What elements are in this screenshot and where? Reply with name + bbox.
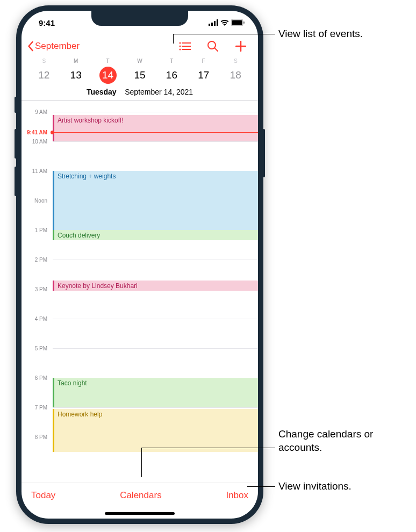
now-line xyxy=(53,132,258,133)
back-button[interactable]: September xyxy=(27,41,80,52)
svg-point-8 xyxy=(180,46,181,47)
day-15[interactable]: 15 xyxy=(124,66,155,84)
svg-rect-3 xyxy=(217,19,218,26)
hour-label: 3 PM xyxy=(21,286,51,292)
phone-frame: 9:41 September xyxy=(16,5,263,524)
plus-icon xyxy=(235,41,246,52)
list-icon xyxy=(179,42,191,51)
svg-rect-0 xyxy=(209,24,210,26)
date-dow: Tuesday xyxy=(87,88,117,96)
search-icon xyxy=(207,41,218,52)
svg-rect-1 xyxy=(211,23,213,26)
hour-line xyxy=(53,348,258,349)
day-name: S xyxy=(28,58,60,64)
toolbar: Today Calendars Inbox xyxy=(21,482,258,508)
back-label: September xyxy=(35,41,80,52)
svg-rect-6 xyxy=(243,21,245,24)
chevron-left-icon xyxy=(27,41,34,52)
hour-line xyxy=(53,319,258,319)
hour-label: 4 PM xyxy=(21,316,51,322)
callout-inbox: View invitations. xyxy=(278,480,352,493)
volume-down xyxy=(15,167,17,196)
svg-point-9 xyxy=(180,49,181,51)
hour-label: 9 AM xyxy=(21,109,51,115)
svg-point-7 xyxy=(180,42,181,44)
mute-switch xyxy=(15,97,17,113)
today-button[interactable]: Today xyxy=(31,490,55,501)
calendars-button[interactable]: Calendars xyxy=(120,490,162,501)
event[interactable]: Artist workshop kickoff! xyxy=(53,115,258,142)
timeline[interactable]: 9 AM10 AM11 AMNoon1 PM2 PM3 PM4 PM5 PM6 … xyxy=(21,101,258,482)
nav-bar: September xyxy=(21,34,258,58)
hour-label: 1 PM xyxy=(21,227,51,233)
callout-list: View list of events. xyxy=(278,27,363,41)
day-16[interactable]: 16 xyxy=(156,66,188,84)
hour-label: 2 PM xyxy=(21,257,51,263)
day-18[interactable]: 18 xyxy=(220,66,252,84)
day-name: S xyxy=(220,58,252,64)
cellular-icon xyxy=(209,19,218,26)
screen: 9:41 September xyxy=(21,11,258,519)
day-12[interactable]: 12 xyxy=(28,66,60,84)
day-13[interactable]: 13 xyxy=(60,66,91,84)
svg-line-14 xyxy=(214,48,218,51)
notch xyxy=(91,11,188,26)
week-strip: SMTWTFS 12131415161718 xyxy=(21,58,258,84)
event[interactable]: Taco night xyxy=(53,378,258,407)
event[interactable]: Keynote by Lindsey Bukhari xyxy=(53,281,258,291)
day-name: F xyxy=(188,58,219,64)
inbox-button[interactable]: Inbox xyxy=(226,490,248,501)
day-14[interactable]: 14 xyxy=(92,66,124,84)
day-name: M xyxy=(60,58,91,64)
hour-label: Noon xyxy=(21,198,51,204)
status-time: 9:41 xyxy=(39,18,55,27)
svg-rect-2 xyxy=(214,21,216,26)
battery-icon xyxy=(231,19,245,26)
event[interactable]: Homework help xyxy=(53,409,258,452)
status-right xyxy=(209,19,245,26)
date-rest: September 14, 2021 xyxy=(125,88,193,96)
hour-label: 6 PM xyxy=(21,375,51,381)
hour-label: 5 PM xyxy=(21,346,51,351)
now-label: 9:41 AM xyxy=(21,129,51,135)
day-name: T xyxy=(156,58,188,64)
search-button[interactable] xyxy=(206,40,219,53)
day-name: T xyxy=(92,58,124,64)
event[interactable]: Couch delivery xyxy=(53,230,258,240)
hour-label: 7 PM xyxy=(21,405,51,411)
svg-rect-5 xyxy=(232,20,242,25)
hour-line xyxy=(53,407,258,408)
hour-line xyxy=(53,141,258,142)
volume-up xyxy=(15,129,17,159)
hour-line xyxy=(53,260,258,260)
event[interactable]: Stretching + weights xyxy=(53,171,258,230)
day-17[interactable]: 17 xyxy=(188,66,219,84)
hour-line xyxy=(53,112,258,112)
add-button[interactable] xyxy=(234,40,247,53)
day-name: W xyxy=(124,58,155,64)
date-label: Tuesday September 14, 2021 xyxy=(21,84,258,101)
power-button xyxy=(263,129,265,177)
home-indicator[interactable] xyxy=(21,508,258,519)
hour-label: 10 AM xyxy=(21,139,51,145)
hour-label: 11 AM xyxy=(21,168,51,174)
list-view-button[interactable] xyxy=(178,40,191,53)
wifi-icon xyxy=(220,19,229,26)
hour-label: 8 PM xyxy=(21,434,51,440)
callout-calendars: Change calendars or accounts. xyxy=(278,428,416,454)
